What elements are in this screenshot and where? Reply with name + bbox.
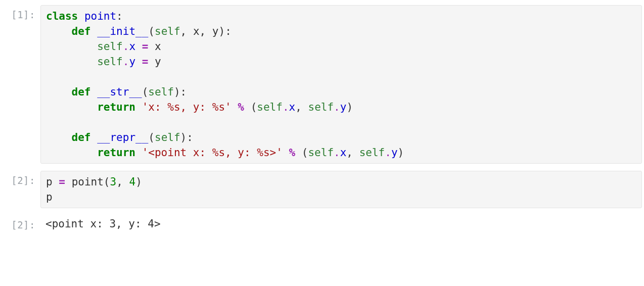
cell-2-code: p = point(3, 4) p bbox=[46, 174, 636, 205]
num-3: 3 bbox=[110, 176, 117, 188]
space bbox=[244, 101, 251, 113]
comma: , bbox=[346, 147, 353, 159]
rparen: ) bbox=[219, 25, 225, 37]
op-percent: % bbox=[238, 101, 244, 113]
param-x: x bbox=[193, 25, 200, 37]
cell-2-output-area: <point x: 3, y: 4> bbox=[40, 215, 642, 232]
param-self: self bbox=[155, 25, 180, 37]
attr-x: x bbox=[129, 40, 135, 53]
cell-2-code-area[interactable]: p = point(3, 4) p bbox=[40, 171, 642, 208]
space bbox=[135, 101, 142, 113]
dot: . bbox=[123, 40, 129, 53]
cell-2-output-text: <point x: 3, y: 4> bbox=[45, 216, 637, 231]
lparen: ( bbox=[251, 101, 257, 113]
rparen: ) bbox=[346, 101, 353, 113]
rparen: ) bbox=[174, 86, 180, 98]
space bbox=[295, 147, 302, 159]
space bbox=[353, 147, 359, 159]
lparen: ( bbox=[302, 147, 308, 159]
self-ref: self bbox=[97, 40, 123, 53]
fn-init: __init__ bbox=[97, 25, 148, 37]
self-ref: self bbox=[359, 147, 385, 159]
space bbox=[148, 40, 155, 53]
var-p: p bbox=[46, 191, 53, 203]
attr-x: x bbox=[289, 101, 296, 113]
comma: , bbox=[180, 25, 187, 37]
attr-y: y bbox=[391, 147, 398, 159]
kw-def: def bbox=[72, 86, 91, 98]
op-assign: = bbox=[59, 176, 65, 188]
colon: : bbox=[225, 25, 232, 37]
space bbox=[135, 147, 142, 159]
op-assign: = bbox=[142, 40, 149, 53]
space bbox=[91, 86, 98, 98]
self-ref: self bbox=[308, 101, 334, 113]
attr-x: x bbox=[340, 147, 347, 159]
kw-def: def bbox=[72, 25, 91, 37]
space bbox=[187, 25, 193, 37]
space bbox=[65, 176, 72, 188]
dot: . bbox=[123, 56, 129, 68]
lparen: ( bbox=[142, 86, 149, 98]
space bbox=[91, 131, 98, 144]
comma: , bbox=[116, 176, 123, 188]
comma: , bbox=[295, 101, 302, 113]
self-ref: self bbox=[97, 56, 123, 68]
colon: : bbox=[116, 10, 123, 22]
dot: . bbox=[334, 147, 340, 159]
num-4: 4 bbox=[129, 176, 135, 188]
cell-1-prompt: [1]: bbox=[0, 5, 40, 22]
dot: . bbox=[385, 147, 391, 159]
space bbox=[78, 10, 84, 22]
attr-y: y bbox=[129, 56, 135, 68]
attr-y: y bbox=[340, 101, 347, 113]
param-self: self bbox=[148, 86, 174, 98]
kw-def: def bbox=[72, 131, 91, 144]
param-y: y bbox=[212, 25, 219, 37]
cell-1: [1]: class point: def __init__(self, x, … bbox=[0, 5, 644, 164]
space bbox=[148, 56, 155, 68]
cell-1-code-area[interactable]: class point: def __init__(self, x, y): s… bbox=[40, 5, 642, 164]
op-percent: % bbox=[289, 147, 295, 159]
space bbox=[123, 176, 129, 188]
rparen: ) bbox=[135, 176, 142, 188]
op-assign: = bbox=[142, 56, 149, 68]
param-self: self bbox=[155, 131, 180, 144]
rparen: ) bbox=[180, 131, 187, 144]
notebook: [1]: class point: def __init__(self, x, … bbox=[0, 0, 644, 246]
space bbox=[135, 40, 142, 53]
var-x: x bbox=[155, 40, 161, 53]
cell-2: [2]: p = point(3, 4) p bbox=[0, 171, 644, 208]
self-ref: self bbox=[257, 101, 283, 113]
kw-return: return bbox=[97, 147, 135, 159]
lparen: ( bbox=[148, 131, 155, 144]
space bbox=[232, 101, 238, 113]
space bbox=[53, 176, 59, 188]
cell-1-code: class point: def __init__(self, x, y): s… bbox=[46, 9, 636, 160]
fn-str: __str__ bbox=[97, 86, 142, 98]
fn-repr: __repr__ bbox=[97, 131, 148, 144]
kw-return: return bbox=[97, 101, 135, 113]
space bbox=[206, 25, 212, 37]
output-repr: <point x: 3, y: 4> bbox=[45, 218, 161, 230]
lparen: ( bbox=[104, 176, 110, 188]
colon: : bbox=[187, 131, 193, 144]
lparen: ( bbox=[148, 25, 155, 37]
rparen: ) bbox=[398, 147, 404, 159]
string-str-fmt: 'x: %s, y: %s' bbox=[142, 101, 232, 113]
space bbox=[91, 25, 98, 37]
self-ref: self bbox=[308, 147, 334, 159]
var-y: y bbox=[155, 56, 161, 68]
colon: : bbox=[180, 86, 187, 98]
space bbox=[135, 56, 142, 68]
comma: , bbox=[200, 25, 206, 37]
cell-2-output-prompt: [2]: bbox=[0, 215, 40, 232]
space bbox=[302, 101, 308, 113]
call-point: point bbox=[72, 176, 104, 188]
dot: . bbox=[334, 101, 340, 113]
cell-2-output: [2]: <point x: 3, y: 4> bbox=[0, 215, 644, 232]
dot: . bbox=[283, 101, 289, 113]
string-repr-fmt: '<point x: %s, y: %s>' bbox=[142, 147, 283, 159]
space bbox=[283, 147, 289, 159]
var-p: p bbox=[46, 176, 53, 188]
